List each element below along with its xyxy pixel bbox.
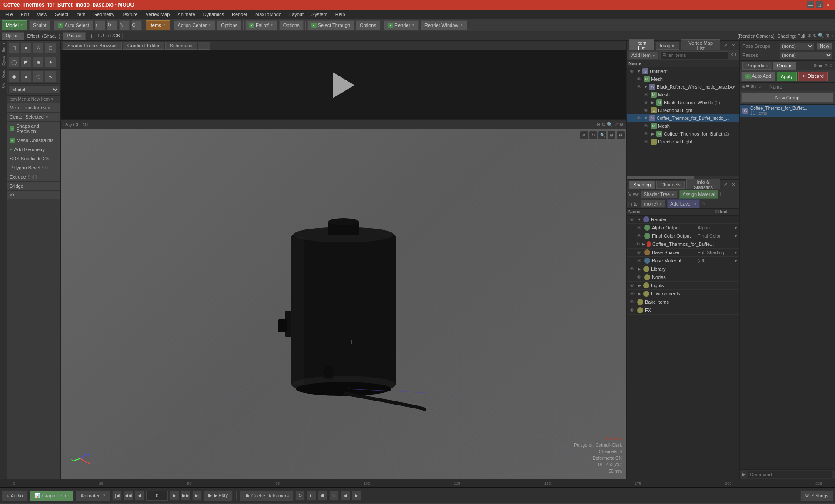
list-view-icon[interactable]: ☰ [746,84,750,89]
shading-item-bake-items[interactable]: 👁 Bake Items [627,298,739,306]
filter-items-input[interactable] [660,51,728,59]
options-button-1[interactable]: Options [217,20,241,30]
menu-item[interactable]: Item [73,11,89,18]
snaps-precision-button[interactable]: ✓ Snaps and Precision [7,122,60,136]
expand-icon[interactable]: ⤢ [722,42,729,49]
tool-circle-icon[interactable]: ● [20,42,32,53]
shading-item-base-shader[interactable]: 👁 Base Shader Full Shading ▼ [627,249,739,257]
eye-base-shader[interactable]: 👁 [635,250,642,255]
tab-shading[interactable]: Shading [629,181,655,189]
menu-dynamics[interactable]: Dynamics [200,11,227,18]
eye-icon-mesh2[interactable]: 👁 [642,92,649,97]
settings-view-icon[interactable]: ⚙ [751,84,755,89]
paused-button[interactable]: Paused [63,32,86,40]
settings-icon[interactable]: ✕ [730,42,737,49]
audio-button[interactable]: ♪ Audio [2,490,28,501]
item-list-scrollbar[interactable] [627,176,739,179]
options-button-3[interactable]: Options [356,20,380,30]
eye-icon-thermos[interactable]: 👁 [635,116,642,121]
tree-item-mesh-3[interactable]: 👁 M Mesh [627,122,739,130]
shading-item-lights[interactable]: 👁 ▶ Lights [627,282,739,290]
eye-environments[interactable]: 👁 [628,291,635,296]
groups-icon-3[interactable]: ⚙ [824,63,828,68]
tool-ellipse-icon[interactable]: ◉ [8,71,20,82]
groups-icon-2[interactable]: ☰ [818,63,822,68]
sculpt-button[interactable]: Sculpt [29,20,50,30]
action-center-button[interactable]: Action Center ▼ [174,20,216,30]
shading-filter-button[interactable]: (none) ▼ [641,200,665,208]
select-through-button[interactable]: ✓ Select Through [307,20,354,30]
menu-texture[interactable]: Texture [119,11,141,18]
command-input[interactable] [748,471,832,478]
menu-render[interactable]: Render [228,11,251,18]
eye-alpha[interactable]: 👁 [635,225,642,230]
eye-icon-whistle[interactable]: 👁 [635,84,642,90]
shading-item-nodes[interactable]: 👁 Nodes [627,273,739,282]
eye-icon-dirlight1[interactable]: 👁 [642,108,649,113]
tab-channels[interactable]: Channels [656,181,684,189]
viewport-settings-icon[interactable]: ⚙ [619,122,624,127]
eye-bake[interactable]: 👁 [628,299,635,305]
go-start-button[interactable]: |◀ [112,491,122,501]
tool-spiral-icon[interactable]: ◌ [33,71,44,82]
menu-vertex-map[interactable]: Vertex Map [142,11,174,18]
tool-poly-icon[interactable]: ▲ [20,71,32,82]
menu-layout[interactable]: Layout [286,11,307,18]
more-button[interactable]: >> [7,191,60,199]
tab-images[interactable]: Images [656,42,679,50]
transform-btn-3[interactable]: ⤡ [119,20,130,30]
minimize-button[interactable]: — [807,1,814,8]
add-geometry-button[interactable]: + Add Geometry [7,145,60,154]
prev-anim-button[interactable]: ◀ [341,491,350,501]
cache-deformers-button[interactable]: ⏺ Cache Deformers [240,490,294,501]
shading-item-library[interactable]: 👁 ▶ Library [627,265,739,273]
shading-item-environments[interactable]: 👁 ▶ Environments [627,290,739,298]
viewport-more-icon[interactable]: ⚙ [617,131,625,139]
go-end-button[interactable]: ▶| [192,491,202,501]
shading-close-icon[interactable]: ✕ [730,181,737,188]
eye-lights[interactable]: 👁 [628,283,635,288]
viewport-grid-icon[interactable]: ⊞ [608,131,615,139]
menu-view[interactable]: View [33,11,51,18]
tool-bezier-icon[interactable]: ∿ [45,71,56,82]
viewport-3d[interactable]: + Z X Y ⊕ ↻ 🔍 ⊞ [61,129,626,479]
menu-system[interactable]: System [308,11,331,18]
viewport-fit-icon[interactable]: ⊕ [580,131,588,139]
pass-groups-select[interactable]: (none) [780,42,814,50]
shading-item-base-material[interactable]: 👁 Base Material (all) ▼ [627,257,739,265]
shading-item-render[interactable]: 👁 ▼ Render [627,216,739,224]
render-button[interactable]: ✓ Render ▼ [384,20,419,30]
tree-item-thermos-mesh[interactable]: 👁 ▶ M Coffee_Thermos_for_Buffet (2) [627,130,739,138]
eye-nodes[interactable]: 👁 [635,275,642,280]
tree-item-whistle-mesh[interactable]: 👁 ▶ M Black_Referee_Whistle (2) [627,99,739,106]
eye-icon-thermos-mesh[interactable]: 👁 [642,131,649,136]
passes-select[interactable]: (none) [780,51,832,59]
menu-help[interactable]: Help [332,11,349,18]
loop-button[interactable]: ↻ [295,491,305,501]
tab-item-list[interactable]: Item List [629,39,654,52]
tool-star-icon[interactable]: ✦ [45,56,56,68]
tab-gradient-editor[interactable]: Gradient Editor [123,42,164,50]
groups-item-thermos[interactable]: G Coffee_Thermos_for_Buffet... 11 Items [740,105,835,117]
groups-icon-1[interactable]: ⊕ [813,63,817,68]
discard-button[interactable]: ✕ Discard [798,72,828,81]
prev-frame-button[interactable]: ◀ [135,491,144,501]
tab-schematic[interactable]: Schematic [165,42,197,50]
lock-view-icon[interactable]: □ [755,84,758,89]
frame-input[interactable] [146,491,168,501]
tree-item-whistle[interactable]: 👁 ▼ S Black_Referee_Whistle_modo_base.lx… [627,83,739,91]
items-button[interactable]: Items ▼ [146,20,170,30]
eye-library[interactable]: 👁 [628,266,635,272]
more-transforms-button[interactable]: More Transforms ▼ [7,103,60,113]
eye-fx[interactable]: 👁 [628,308,635,313]
tree-item-untitled[interactable]: 👁 ▼ S Untitled* [627,67,739,75]
record-button[interactable]: ⏺ [318,491,327,501]
keyframe-button[interactable]: ◇ [329,491,339,501]
render-preview[interactable] [61,50,626,120]
transform-btn-2[interactable]: ↻ [107,20,117,30]
settings-button[interactable]: ⚙ Settings [800,490,833,501]
eye-icon-dirlight2[interactable]: 👁 [642,139,649,144]
sds-subdivide-button[interactable]: SDS Subdivide 2X [7,154,60,163]
play-realtime-button[interactable]: ⏯ [307,491,316,501]
tool-select-icon[interactable]: ◻ [8,42,20,53]
